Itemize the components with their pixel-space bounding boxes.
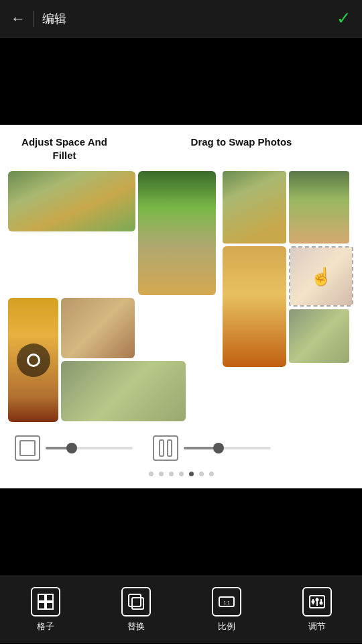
drag-label: Drag to Swap Photos <box>118 136 351 149</box>
nav-item-ratio[interactable]: 1:1 比例 <box>181 587 272 633</box>
photo-bl1[interactable] <box>8 298 58 422</box>
photos-row: ☝ <box>8 171 354 422</box>
adjust-label: 调节 <box>308 621 326 633</box>
header-title: 编辑 <box>42 11 337 27</box>
photo-rb2[interactable] <box>289 309 349 363</box>
svg-rect-3 <box>46 602 53 609</box>
sliders-row <box>8 430 354 466</box>
svg-point-10 <box>311 600 314 603</box>
fillet-slider-group <box>153 435 271 461</box>
nav-item-replace[interactable]: 替换 <box>90 587 181 633</box>
fillet-bar-2 <box>167 439 172 457</box>
replace-label: 替换 <box>127 621 145 633</box>
content-area: Adjust Space AndFillet Drag to Swap Phot… <box>0 125 362 488</box>
svg-rect-5 <box>132 598 143 609</box>
photo-rt2[interactable] <box>289 171 349 244</box>
dot-5[interactable] <box>199 472 204 476</box>
collage-left <box>8 171 216 422</box>
labels-row: Adjust Space AndFillet Drag to Swap Phot… <box>8 136 354 162</box>
collage-right-top <box>223 171 354 244</box>
header: ← 编辑 ✓ <box>0 0 362 38</box>
space-slider-track[interactable] <box>46 447 133 449</box>
collage-right: ☝ <box>223 171 354 422</box>
ratio-icon: 1:1 <box>212 587 241 616</box>
photo-tr[interactable] <box>138 171 216 295</box>
space-slider-group <box>15 435 133 461</box>
fillet-slider-thumb[interactable] <box>213 443 224 453</box>
back-button[interactable]: ← <box>11 10 25 28</box>
dot-0[interactable] <box>149 472 154 476</box>
space-icon-inner <box>19 440 36 456</box>
dot-4[interactable] <box>189 472 194 476</box>
svg-point-12 <box>315 598 318 601</box>
nav-item-grid[interactable]: 格子 <box>0 587 90 633</box>
nav-item-adjust[interactable]: 调节 <box>272 587 362 633</box>
adjust-icon-svg <box>308 593 326 610</box>
adjust-icon <box>302 587 332 616</box>
grid-icon-svg <box>37 593 54 610</box>
space-icon <box>15 435 40 461</box>
collage-left-top <box>8 171 216 295</box>
svg-rect-4 <box>129 594 141 606</box>
svg-text:1:1: 1:1 <box>223 600 230 605</box>
bottom-nav: 格子 替换 1:1 比例 <box>0 576 362 643</box>
fillet-icon <box>153 435 178 461</box>
ratio-label: 比例 <box>218 621 235 633</box>
svg-rect-1 <box>46 594 53 601</box>
adjust-label: Adjust Space AndFillet <box>11 136 118 162</box>
dot-1[interactable] <box>159 472 164 476</box>
collage-right-bottom: ☝ <box>223 246 354 367</box>
grid-label: 格子 <box>37 621 54 633</box>
dot-6[interactable] <box>209 472 214 476</box>
dot-2[interactable] <box>169 472 174 476</box>
confirm-button[interactable]: ✓ <box>337 8 351 29</box>
black-mid-area <box>0 488 362 576</box>
svg-rect-0 <box>38 594 45 601</box>
svg-rect-2 <box>38 602 45 609</box>
photo-rt1[interactable] <box>223 171 286 244</box>
collage-center-col <box>61 298 186 422</box>
header-divider <box>34 11 34 27</box>
preview-area-top <box>0 38 362 125</box>
svg-point-14 <box>319 601 322 604</box>
hand-icon: ☝ <box>310 266 332 287</box>
dots-row <box>8 466 354 480</box>
collage-left-bottom <box>8 298 216 422</box>
photo-rb1[interactable] <box>223 246 286 367</box>
grid-icon <box>31 587 60 616</box>
collage-right-bottom-col: ☝ <box>289 246 353 367</box>
replace-icon-svg <box>127 593 145 610</box>
photo-bl3[interactable] <box>61 361 186 421</box>
replace-icon <box>121 587 151 616</box>
drag-circle <box>17 343 50 377</box>
fillet-bar-1 <box>159 439 164 457</box>
photo-tl[interactable] <box>8 171 135 231</box>
photo-bl2[interactable] <box>61 298 135 358</box>
dot-3[interactable] <box>179 472 184 476</box>
drag-circle-inner <box>27 354 40 367</box>
space-slider-thumb[interactable] <box>66 443 77 453</box>
fillet-slider-track[interactable] <box>184 447 271 449</box>
photo-rb-dashed[interactable]: ☝ <box>289 246 353 307</box>
ratio-icon-svg: 1:1 <box>218 593 235 610</box>
